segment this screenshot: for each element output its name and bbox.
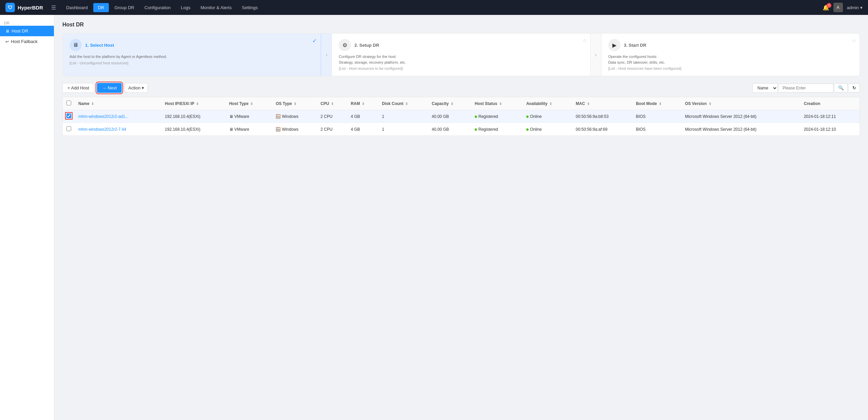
search-area: Name 🔍 ↻ [752,83,860,93]
vmware-icon-2: 🖥 [229,127,233,132]
step-divider-1: › [321,34,332,76]
row-1-status-dot [475,115,477,118]
row-2-availability: Online [523,123,572,136]
nav-monitor-alerts[interactable]: Monitor & Alerts [196,3,236,12]
user-menu[interactable]: admin ▾ [847,5,863,10]
select-all-header[interactable] [63,97,75,110]
row-2-capacity: 40.00 GB [428,123,471,136]
sidebar-section-dr: DR [0,19,54,26]
refresh-button[interactable]: ↻ [849,83,860,92]
search-button[interactable]: 🔍 [835,83,848,92]
nav-items: Dashboard DR Group DR Configuration Logs… [61,3,820,12]
step-arrow-1-icon: › [326,52,327,58]
main-content: Host DR 🖥 1. Select Host Add the host to… [54,15,868,420]
col-disk-count: Disk Count ⇕ [379,97,429,110]
step-1-desc1: Add the host to the platform by Agent or… [70,54,314,60]
notification-count: 7 [827,3,831,8]
topnav: 🛡 HyperBDR ☰ Dashboard DR Group DR Confi… [0,0,868,15]
row-2-checkbox[interactable] [66,126,71,131]
row-2-cpu: 2 CPU [317,123,347,136]
col-creation: Creation [801,97,860,110]
row-1-disk-count: 1 [379,110,429,123]
nav-configuration[interactable]: Configuration [140,3,175,12]
action-arrow: ▾ [142,85,144,90]
row-1-name-link[interactable]: mhm-windows2012r2-ad1... [78,114,129,119]
row-2-host-status: Registered [471,123,523,136]
step-3: ▶ 3. Start DR Operate the configured hos… [601,34,860,76]
row-2-ram: 4 GB [347,123,378,136]
row-2-name-link[interactable]: mhm-windows2012r2-7.44 [78,127,126,132]
app-name: HyperBDR [18,5,43,10]
app-logo-icon: 🛡 [5,3,15,12]
table-row: mhm-windows2012r2-7.44 192.168.10.4(ESXi… [63,123,860,136]
step-1: 🖥 1. Select Host Add the host to the pla… [63,34,321,76]
row-2-os-version: Microsoft Windows Server 2012 (64-bit) [682,123,800,136]
topnav-right: 🔔 7 A admin ▾ [823,3,863,12]
step-2-check: ○ [583,38,586,44]
add-host-button[interactable]: + Add Host [62,83,94,93]
col-capacity: Capacity ⇕ [428,97,471,110]
row-2-disk-count: 1 [379,123,429,136]
search-input[interactable] [779,84,833,92]
step-1-link: [List - Unconfigured host resources] [70,61,314,65]
col-host-status: Host Status ⇕ [471,97,523,110]
step-1-icon: 🖥 [70,39,82,51]
windows-icon-2: 🪟 [276,127,281,132]
toolbar: + Add Host → Next Action ▾ Name 🔍 ↻ [62,83,860,93]
row-2-host-ip: 192.168.10.4(ESXi) [161,123,225,136]
nav-dr[interactable]: DR [93,3,109,12]
refresh-icon: ↻ [852,85,856,90]
windows-icon: 🪟 [276,114,281,119]
step-1-title: 1. Select Host [85,43,114,48]
row-1-name[interactable]: mhm-windows2012r2-ad1... [75,110,161,123]
row-1-creation: 2024-01-18:12:11 [801,110,860,123]
vmware-icon: 🖥 [229,114,233,119]
next-button[interactable]: → Next [97,83,122,93]
row-2-status-dot [475,128,477,131]
row-1-boot-mode: BIOS [632,110,682,123]
nav-settings[interactable]: Settings [237,3,262,12]
step-3-link: [List - Host resources have been configu… [608,66,853,70]
step-2-desc1: Configure DR strategy for the host: [339,54,583,60]
select-all-checkbox[interactable] [66,101,71,105]
sidebar-item-host-failback[interactable]: ↩ Host Failback [0,36,54,47]
step-3-icon: ▶ [608,39,620,51]
row-1-host-status: Registered [471,110,523,123]
search-icon: 🔍 [838,85,844,90]
notification-bell[interactable]: 🔔 7 [823,4,829,11]
step-2-link: [List - Host resources to be configured] [339,66,583,70]
col-cpu: CPU ⇕ [317,97,347,110]
row-1-checkbox[interactable] [66,113,71,118]
host-failback-icon: ↩ [5,39,9,44]
row-2-boot-mode: BIOS [632,123,682,136]
col-os-version: OS Version ⇕ [682,97,800,110]
user-arrow: ▾ [860,5,863,10]
sidebar-item-host-dr[interactable]: 🖥 Host DR [0,26,54,36]
add-host-label: + Add Host [67,85,89,90]
row-2-os-type: 🪟 Windows [272,123,317,136]
action-button[interactable]: Action ▾ [124,83,148,93]
nav-group-dr[interactable]: Group DR [110,3,139,12]
nav-logs[interactable]: Logs [176,3,195,12]
row-2-mac: 00:50:56:9a:af:69 [572,123,632,136]
step-2-desc2: Strategy, storage, recovery platform, et… [339,60,583,65]
row-1-avail-dot [526,115,529,118]
search-select[interactable]: Name [752,83,778,93]
step-1-check: ✓ [312,38,317,44]
step-2-icon: ⚙ [339,39,351,51]
row-2-host-type: 🖥 VMware [226,123,272,136]
col-availability: Availability ⇕ [523,97,572,110]
row-1-host-ip: 192.168.10.4(ESXi) [161,110,225,123]
hamburger-menu[interactable]: ☰ [48,3,59,12]
col-boot-mode: Boot Mode ⇕ [632,97,682,110]
app-logo[interactable]: 🛡 HyperBDR [5,3,43,12]
row-2-name[interactable]: mhm-windows2012r2-7.44 [75,123,161,136]
row-2-creation: 2024-01-18:12:10 [801,123,860,136]
page-title: Host DR [62,22,860,28]
next-label: → Next [102,85,117,90]
row-1-select[interactable] [63,110,75,123]
nav-dashboard[interactable]: Dashboard [61,3,93,12]
row-1-capacity: 40.00 GB [428,110,471,123]
step-3-title: 3. Start DR [624,43,646,48]
row-2-select[interactable] [63,123,75,136]
